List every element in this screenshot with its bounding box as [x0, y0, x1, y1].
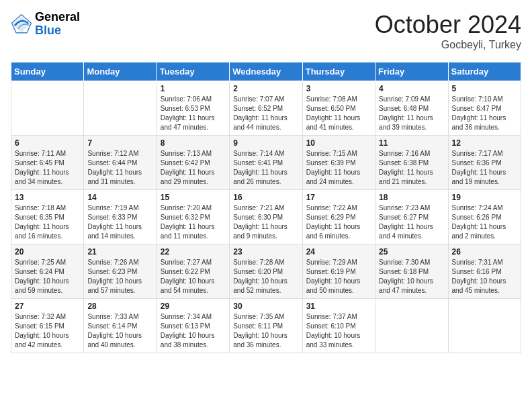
day-info: Sunrise: 7:13 AM Sunset: 6:42 PM Dayligh…: [161, 149, 226, 187]
title-block: October 2024 Gocbeyli, Turkey: [375, 11, 521, 51]
column-header-sunday: Sunday: [11, 62, 84, 81]
calendar-cell: 25Sunrise: 7:30 AM Sunset: 6:18 PM Dayli…: [375, 244, 448, 299]
logo: General Blue: [11, 11, 80, 38]
day-info: Sunrise: 7:32 AM Sunset: 6:15 PM Dayligh…: [15, 312, 80, 350]
day-info: Sunrise: 7:12 AM Sunset: 6:44 PM Dayligh…: [87, 149, 152, 187]
calendar-cell: 24Sunrise: 7:29 AM Sunset: 6:19 PM Dayli…: [302, 244, 375, 299]
day-number: 1: [161, 84, 226, 93]
calendar-cell: 13Sunrise: 7:18 AM Sunset: 6:35 PM Dayli…: [11, 190, 84, 244]
day-info: Sunrise: 7:34 AM Sunset: 6:13 PM Dayligh…: [161, 312, 226, 350]
day-number: 20: [15, 247, 80, 257]
calendar-cell: 30Sunrise: 7:35 AM Sunset: 6:11 PM Dayli…: [230, 299, 302, 353]
day-number: 21: [87, 247, 152, 257]
calendar-cell: 4Sunrise: 7:09 AM Sunset: 6:48 PM Daylig…: [375, 81, 448, 136]
day-info: Sunrise: 7:15 AM Sunset: 6:39 PM Dayligh…: [306, 149, 371, 187]
day-number: 26: [452, 247, 517, 257]
day-info: Sunrise: 7:31 AM Sunset: 6:16 PM Dayligh…: [452, 258, 517, 295]
day-number: 28: [87, 302, 152, 311]
day-info: Sunrise: 7:07 AM Sunset: 6:52 PM Dayligh…: [233, 95, 298, 132]
day-number: 17: [306, 193, 371, 202]
day-info: Sunrise: 7:10 AM Sunset: 6:47 PM Dayligh…: [452, 95, 517, 132]
column-header-saturday: Saturday: [448, 62, 521, 81]
day-number: 19: [452, 193, 517, 202]
day-info: Sunrise: 7:11 AM Sunset: 6:45 PM Dayligh…: [15, 149, 80, 187]
logo-text: General Blue: [35, 11, 80, 38]
day-info: Sunrise: 7:17 AM Sunset: 6:36 PM Dayligh…: [452, 149, 517, 187]
day-number: 22: [161, 247, 226, 257]
day-number: 31: [306, 302, 371, 311]
calendar-cell: 23Sunrise: 7:28 AM Sunset: 6:20 PM Dayli…: [230, 244, 302, 299]
calendar-cell: 18Sunrise: 7:23 AM Sunset: 6:27 PM Dayli…: [375, 190, 448, 244]
calendar-cell: 20Sunrise: 7:25 AM Sunset: 6:24 PM Dayli…: [11, 244, 84, 299]
column-header-thursday: Thursday: [302, 62, 375, 81]
day-info: Sunrise: 7:18 AM Sunset: 6:35 PM Dayligh…: [15, 203, 80, 241]
calendar-cell: 7Sunrise: 7:12 AM Sunset: 6:44 PM Daylig…: [84, 136, 157, 190]
day-number: 9: [233, 138, 298, 148]
calendar-cell: 28Sunrise: 7:33 AM Sunset: 6:14 PM Dayli…: [84, 299, 157, 353]
day-info: Sunrise: 7:14 AM Sunset: 6:41 PM Dayligh…: [233, 149, 298, 187]
calendar-cell: 27Sunrise: 7:32 AM Sunset: 6:15 PM Dayli…: [11, 299, 84, 353]
day-info: Sunrise: 7:21 AM Sunset: 6:30 PM Dayligh…: [233, 203, 298, 241]
calendar-week-row: 6Sunrise: 7:11 AM Sunset: 6:45 PM Daylig…: [11, 136, 521, 190]
day-info: Sunrise: 7:29 AM Sunset: 6:19 PM Dayligh…: [306, 258, 371, 295]
calendar-week-row: 20Sunrise: 7:25 AM Sunset: 6:24 PM Dayli…: [11, 244, 521, 299]
day-number: 6: [15, 138, 80, 148]
calendar-week-row: 13Sunrise: 7:18 AM Sunset: 6:35 PM Dayli…: [11, 190, 521, 244]
calendar-cell: 11Sunrise: 7:16 AM Sunset: 6:38 PM Dayli…: [375, 136, 448, 190]
day-number: 30: [233, 302, 298, 311]
day-info: Sunrise: 7:26 AM Sunset: 6:23 PM Dayligh…: [87, 258, 152, 295]
day-info: Sunrise: 7:09 AM Sunset: 6:48 PM Dayligh…: [379, 95, 444, 132]
day-info: Sunrise: 7:27 AM Sunset: 6:22 PM Dayligh…: [161, 258, 226, 295]
calendar-cell: 26Sunrise: 7:31 AM Sunset: 6:16 PM Dayli…: [448, 244, 521, 299]
day-info: Sunrise: 7:20 AM Sunset: 6:32 PM Dayligh…: [161, 203, 226, 241]
calendar-cell: 14Sunrise: 7:19 AM Sunset: 6:33 PM Dayli…: [84, 190, 157, 244]
day-number: 27: [15, 302, 80, 311]
calendar-cell: 31Sunrise: 7:37 AM Sunset: 6:10 PM Dayli…: [302, 299, 375, 353]
calendar-table: SundayMondayTuesdayWednesdayThursdayFrid…: [11, 62, 521, 353]
day-info: Sunrise: 7:08 AM Sunset: 6:50 PM Dayligh…: [306, 95, 371, 132]
month-year-title: October 2024: [375, 11, 521, 39]
page-header: General Blue October 2024 Gocbeyli, Turk…: [11, 11, 521, 51]
calendar-cell: 10Sunrise: 7:15 AM Sunset: 6:39 PM Dayli…: [302, 136, 375, 190]
day-info: Sunrise: 7:22 AM Sunset: 6:29 PM Dayligh…: [306, 203, 371, 241]
day-number: 12: [452, 138, 517, 148]
calendar-header-row: SundayMondayTuesdayWednesdayThursdayFrid…: [11, 62, 521, 81]
column-header-friday: Friday: [375, 62, 448, 81]
day-info: Sunrise: 7:24 AM Sunset: 6:26 PM Dayligh…: [452, 203, 517, 241]
calendar-cell: 16Sunrise: 7:21 AM Sunset: 6:30 PM Dayli…: [230, 190, 302, 244]
day-number: 24: [306, 247, 371, 257]
calendar-cell: 17Sunrise: 7:22 AM Sunset: 6:29 PM Dayli…: [302, 190, 375, 244]
location-title: Gocbeyli, Turkey: [375, 39, 521, 51]
day-number: 2: [233, 84, 298, 93]
calendar-cell: [448, 299, 521, 353]
day-number: 15: [161, 193, 226, 202]
column-header-monday: Monday: [84, 62, 157, 81]
day-number: 25: [379, 247, 444, 257]
day-info: Sunrise: 7:33 AM Sunset: 6:14 PM Dayligh…: [87, 312, 152, 350]
day-info: Sunrise: 7:23 AM Sunset: 6:27 PM Dayligh…: [379, 203, 444, 241]
calendar-cell: 2Sunrise: 7:07 AM Sunset: 6:52 PM Daylig…: [230, 81, 302, 136]
calendar-cell: 6Sunrise: 7:11 AM Sunset: 6:45 PM Daylig…: [11, 136, 84, 190]
day-info: Sunrise: 7:06 AM Sunset: 6:53 PM Dayligh…: [161, 95, 226, 132]
calendar-cell: 9Sunrise: 7:14 AM Sunset: 6:41 PM Daylig…: [230, 136, 302, 190]
calendar-week-row: 1Sunrise: 7:06 AM Sunset: 6:53 PM Daylig…: [11, 81, 521, 136]
day-number: 23: [233, 247, 298, 257]
calendar-cell: 1Sunrise: 7:06 AM Sunset: 6:53 PM Daylig…: [157, 81, 229, 136]
day-info: Sunrise: 7:25 AM Sunset: 6:24 PM Dayligh…: [15, 258, 80, 295]
day-info: Sunrise: 7:16 AM Sunset: 6:38 PM Dayligh…: [379, 149, 444, 187]
day-info: Sunrise: 7:30 AM Sunset: 6:18 PM Dayligh…: [379, 258, 444, 295]
day-number: 13: [15, 193, 80, 202]
calendar-cell: 15Sunrise: 7:20 AM Sunset: 6:32 PM Dayli…: [157, 190, 229, 244]
calendar-cell: 5Sunrise: 7:10 AM Sunset: 6:47 PM Daylig…: [448, 81, 521, 136]
day-info: Sunrise: 7:19 AM Sunset: 6:33 PM Dayligh…: [87, 203, 152, 241]
day-number: 14: [87, 193, 152, 202]
day-number: 10: [306, 138, 371, 148]
calendar-cell: 3Sunrise: 7:08 AM Sunset: 6:50 PM Daylig…: [302, 81, 375, 136]
calendar-cell: 8Sunrise: 7:13 AM Sunset: 6:42 PM Daylig…: [157, 136, 229, 190]
calendar-cell: [375, 299, 448, 353]
day-info: Sunrise: 7:37 AM Sunset: 6:10 PM Dayligh…: [306, 312, 371, 350]
calendar-cell: [84, 81, 157, 136]
day-number: 7: [87, 138, 152, 148]
column-header-wednesday: Wednesday: [230, 62, 302, 81]
day-info: Sunrise: 7:35 AM Sunset: 6:11 PM Dayligh…: [233, 312, 298, 350]
